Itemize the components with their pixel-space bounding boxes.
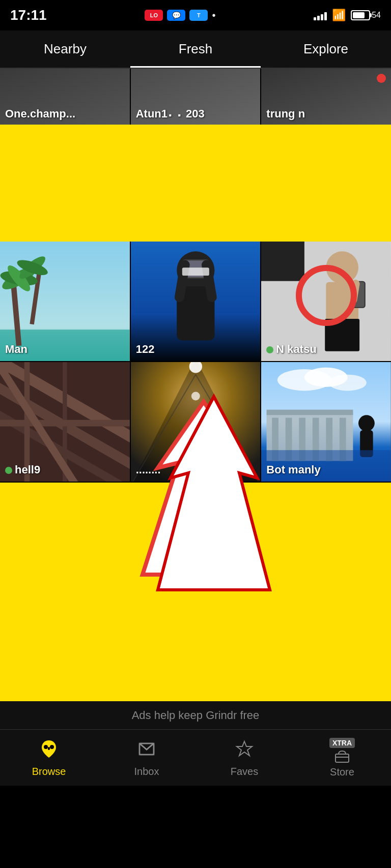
nav-label-store: Store <box>330 766 354 778</box>
status-time: 17:11 <box>10 7 47 23</box>
svg-point-44 <box>329 375 367 391</box>
svg-point-40 <box>193 432 198 436</box>
grid-row-2: hell9 <box>0 362 391 482</box>
grid-cell-dots[interactable]: ........ <box>131 362 261 482</box>
tiki-icon: T <box>189 10 208 21</box>
svg-rect-46 <box>267 410 353 415</box>
live-dot <box>377 74 386 83</box>
cell-label-nkatsu: N katsu <box>266 343 316 356</box>
status-bar: 17:11 LO 💬 T • 📶 54 <box>0 0 391 31</box>
svg-point-53 <box>358 415 375 431</box>
tab-explore[interactable]: Explore <box>261 31 391 68</box>
svg-point-59 <box>50 745 54 749</box>
wifi-icon: 📶 <box>332 9 346 22</box>
browse-icon <box>39 738 59 763</box>
ads-text: Ads help keep Grindr free <box>132 709 260 722</box>
store-icon-wrapper: XTRA <box>329 738 355 763</box>
grid-cell-nkatsu[interactable]: N katsu <box>261 242 391 361</box>
svg-point-38 <box>191 392 200 401</box>
grid-wrapper: One.champ... Atun1⠄⠄203 trung n <box>0 69 391 701</box>
top-partial-row: One.champ... Atun1⠄⠄203 trung n <box>0 69 391 125</box>
svg-rect-21 <box>325 319 360 351</box>
tab-nearby[interactable]: Nearby <box>0 31 130 68</box>
fb-icon: 💬 <box>167 10 185 21</box>
nav-item-store[interactable]: XTRA Store <box>293 730 391 786</box>
cell-label-trung: trung n <box>266 107 305 121</box>
battery-indicator: 54 <box>351 10 381 20</box>
tab-fresh-label: Fresh <box>179 41 212 57</box>
ads-bar: Ads help keep Grindr free <box>0 701 391 729</box>
svg-line-24 <box>353 284 356 300</box>
cell-label-man: Man <box>5 343 27 356</box>
tab-nearby-label: Nearby <box>44 41 87 57</box>
svg-point-19 <box>326 251 359 284</box>
svg-point-39 <box>192 414 199 421</box>
grid-cell-atun[interactable]: Atun1⠄⠄203 <box>131 69 261 125</box>
tab-fresh[interactable]: Fresh <box>130 31 261 68</box>
nav-label-browse: Browse <box>32 766 66 777</box>
svg-rect-60 <box>48 747 50 750</box>
cell-label-one-champ: One.champ... <box>5 107 75 121</box>
online-dot-hell9 <box>5 467 12 474</box>
grid-cell-trung[interactable]: trung n <box>261 69 391 125</box>
tab-bar: Nearby Fresh Explore <box>0 31 391 69</box>
status-dot: • <box>212 10 215 21</box>
store-badge: XTRA <box>329 738 355 748</box>
grid-cell-122[interactable]: 122 <box>131 242 261 361</box>
faves-icon <box>234 738 255 763</box>
svg-rect-63 <box>336 754 349 762</box>
grid-cell-hell9[interactable]: hell9 <box>0 362 130 482</box>
cell-label-122: 122 <box>136 343 155 356</box>
cell-label-hell9: hell9 <box>5 463 40 476</box>
battery-text: 54 <box>372 11 381 20</box>
status-app-icons: LO 💬 T • <box>145 10 215 21</box>
signal-icon <box>314 10 327 20</box>
cell-label-bot-manly: Bot manly <box>266 463 320 476</box>
grid-cell-man[interactable]: Man <box>0 242 130 361</box>
nav-label-faves: Faves <box>231 766 258 777</box>
grid-cell-one-champ[interactable]: One.champ... <box>0 69 130 125</box>
ad-block-bottom <box>0 483 391 701</box>
nav-item-inbox[interactable]: Inbox <box>98 730 196 786</box>
svg-point-58 <box>44 745 48 749</box>
grid-cell-bot-manly[interactable]: Bot manly <box>261 362 391 482</box>
cell-label-dots: ........ <box>136 463 161 476</box>
inbox-icon <box>136 738 157 763</box>
ad-block-top <box>0 125 391 242</box>
nav-label-inbox: Inbox <box>134 766 159 777</box>
grid-row-1: Man <box>0 242 391 361</box>
tab-explore-label: Explore <box>303 41 348 57</box>
svg-rect-18 <box>261 242 304 281</box>
status-right-icons: 📶 54 <box>314 9 381 22</box>
lo-icon: LO <box>145 10 163 21</box>
svg-rect-16 <box>182 267 209 276</box>
nav-item-browse[interactable]: Browse <box>0 730 98 786</box>
svg-marker-62 <box>237 741 252 756</box>
nav-item-faves[interactable]: Faves <box>196 730 293 786</box>
grid-section: Man <box>0 242 391 482</box>
online-dot-nkatsu <box>266 346 273 353</box>
cell-label-atun: Atun1⠄⠄203 <box>136 107 205 121</box>
bottom-nav: Browse Inbox Faves XTRA <box>0 729 391 786</box>
